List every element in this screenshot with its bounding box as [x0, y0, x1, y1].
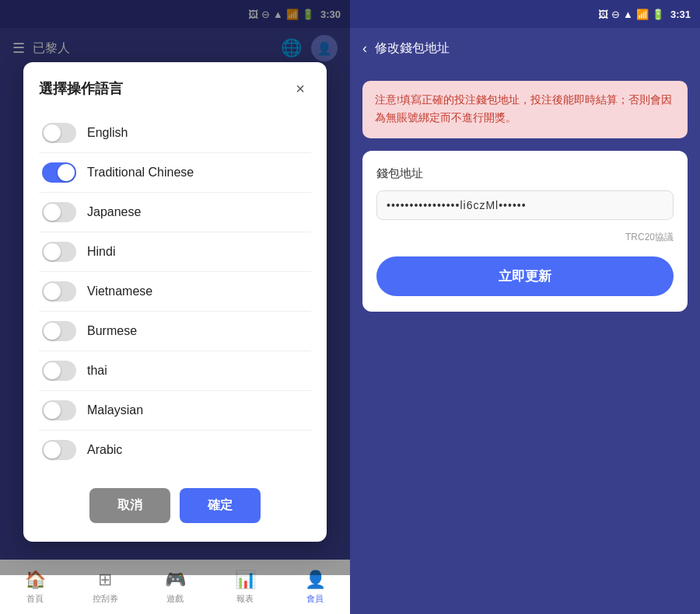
status-bar-right: 🖼 ⊖ ▲ 📶 🔋 3:31	[350, 0, 700, 28]
list-item[interactable]: Traditional Chinese	[39, 153, 311, 193]
thai-toggle[interactable]	[42, 361, 76, 381]
warning-box: 注意!填寫正確的投注錢包地址，投注後能即時結算；否則會因為無賬號綁定而不進行開獎…	[362, 81, 688, 138]
wallet-input-wrapper	[376, 190, 674, 220]
list-item[interactable]: Malaysian	[39, 391, 311, 431]
modal-header: 選擇操作語言 ×	[39, 78, 311, 99]
thai-label: thai	[87, 364, 107, 378]
left-panel: 🖼 ⊖ ▲ 📶 🔋 3:30 ☰ 已黎人 🌐 👤 選擇操作語言 ×	[0, 0, 350, 614]
wallet-label: 錢包地址	[376, 166, 674, 181]
hindi-toggle[interactable]	[42, 242, 76, 262]
cancel-button[interactable]: 取消	[89, 488, 170, 523]
signal-icon-right: 📶	[636, 9, 649, 20]
arabic-toggle[interactable]	[42, 440, 76, 460]
vietnamese-toggle[interactable]	[42, 281, 76, 302]
games-label: 遊戲	[166, 593, 184, 605]
update-button[interactable]: 立即更新	[376, 256, 674, 296]
warning-text: 注意!填寫正確的投注錢包地址，投注後能即時結算；否則會因為無賬號綁定而不進行開獎…	[375, 94, 672, 124]
hindi-label: Hindi	[87, 245, 115, 259]
list-item[interactable]: Burmese	[39, 312, 311, 351]
burmese-toggle[interactable]	[42, 321, 76, 341]
japanese-label: Japanese	[87, 205, 141, 219]
modal-actions: 取消 確定	[39, 488, 311, 523]
image-icon-right: 🖼	[598, 9, 608, 20]
modal-overlay: 選擇操作語言 × English Traditional Chinese Jap…	[0, 0, 350, 575]
list-item[interactable]: Arabic	[39, 431, 311, 469]
burmese-label: Burmese	[87, 324, 137, 338]
arabic-label: Arabic	[87, 443, 122, 457]
app-header-right: ‹ 修改錢包地址	[350, 28, 700, 68]
battery-icon-right: 🔋	[652, 9, 664, 20]
member-label: 會員	[306, 593, 324, 605]
time-right: 3:31	[670, 9, 691, 20]
list-item[interactable]: Japanese	[39, 193, 311, 232]
right-panel: 🖼 ⊖ ▲ 📶 🔋 3:31 ‹ 修改錢包地址 注意!填寫正確的投注錢包地址，投…	[350, 0, 700, 614]
traditional-chinese-label: Traditional Chinese	[87, 166, 194, 180]
wifi-icon-right: ▲	[623, 9, 633, 20]
malaysian-label: Malaysian	[87, 403, 143, 417]
wallet-card: 錢包地址 TRC20協議 立即更新	[362, 151, 688, 312]
reports-label: 報表	[236, 593, 254, 605]
list-item[interactable]: thai	[39, 351, 311, 391]
list-item[interactable]: Vietnamese	[39, 272, 311, 312]
page-title-right: 修改錢包地址	[375, 40, 450, 57]
language-list: English Traditional Chinese Japanese Hin…	[39, 113, 311, 469]
japanese-toggle[interactable]	[42, 202, 76, 222]
wallet-hint: TRC20協議	[376, 231, 674, 244]
status-icons-right: 🖼 ⊖ ▲ 📶 🔋	[598, 9, 664, 20]
minus-icon-right: ⊖	[611, 9, 620, 20]
malaysian-toggle[interactable]	[42, 400, 76, 420]
list-item[interactable]: English	[39, 113, 311, 153]
wallet-input[interactable]	[376, 190, 674, 220]
right-content: 注意!填寫正確的投注錢包地址，投注後能即時結算；否則會因為無賬號綁定而不進行開獎…	[350, 68, 700, 614]
language-modal: 選擇操作語言 × English Traditional Chinese Jap…	[23, 62, 327, 542]
english-label: English	[87, 126, 128, 140]
modal-close-button[interactable]: ×	[289, 78, 311, 99]
modal-title: 選擇操作語言	[39, 79, 123, 98]
confirm-button[interactable]: 確定	[180, 488, 261, 523]
back-arrow-icon[interactable]: ‹	[362, 40, 367, 57]
list-item[interactable]: Hindi	[39, 232, 311, 272]
scratch-label: 控刮券	[93, 593, 118, 605]
traditional-chinese-toggle[interactable]	[42, 162, 76, 183]
english-toggle[interactable]	[42, 123, 76, 143]
vietnamese-label: Vietnamese	[87, 284, 152, 298]
home-label: 首頁	[26, 593, 44, 605]
